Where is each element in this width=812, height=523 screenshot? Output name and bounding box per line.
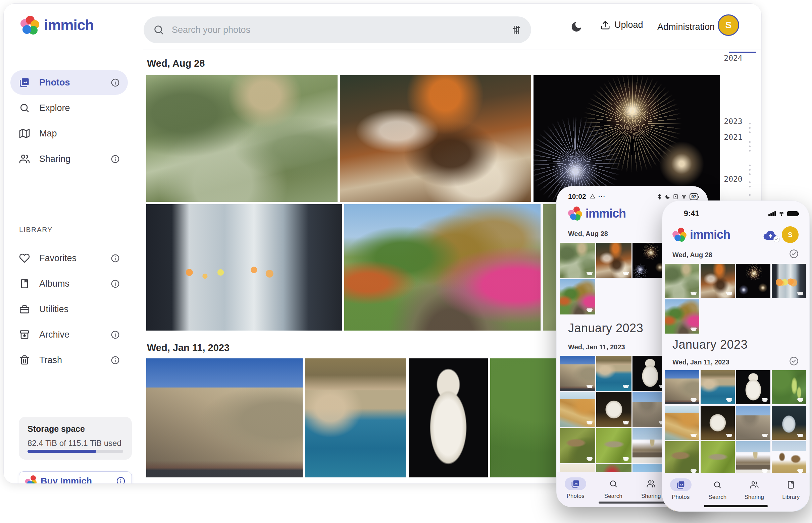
user-avatar[interactable]: S (718, 14, 739, 36)
photo-thumbnail-stone-sculpture[interactable] (701, 405, 735, 440)
photo-row (146, 75, 720, 202)
photo-thumbnail-jungle-monkeys[interactable] (665, 264, 699, 298)
nav-label: Sharing (744, 494, 764, 501)
info-icon[interactable] (111, 356, 120, 365)
buy-immich-button[interactable]: Buy Immich (19, 471, 132, 484)
photo-thumbnail-fortress-wall[interactable] (146, 358, 303, 477)
photo-thumbnail-lizard-closeup[interactable] (596, 428, 632, 463)
sidebar-label: Utilities (39, 304, 68, 314)
sidebar-item-sharing[interactable]: Sharing (11, 146, 128, 171)
sidebar-item-favorites[interactable]: Favorites (11, 246, 128, 271)
sidebar-label: Map (39, 128, 57, 139)
nav-item-library[interactable]: Library (773, 473, 810, 511)
heart-icon (19, 253, 30, 264)
search-bar[interactable]: Search your photos (144, 16, 531, 43)
search-icon (713, 481, 722, 489)
photo-thumbnail-fireworks[interactable] (736, 264, 771, 298)
storage-progress-track (28, 450, 123, 453)
library-section-heading: LIBRARY (19, 226, 53, 234)
home-indicator[interactable] (599, 502, 666, 504)
sidebar-label: Albums (39, 278, 69, 289)
photo-thumbnail-jungle-monkeys[interactable] (560, 243, 595, 278)
nav-label: Search (708, 494, 726, 501)
no-sim-icon (673, 194, 678, 199)
info-icon[interactable] (111, 279, 120, 288)
night-mode-moon-icon (665, 194, 670, 199)
nav-item-photos[interactable]: Photos (557, 472, 594, 507)
search-filter-icon[interactable] (511, 24, 522, 35)
sidebar-item-albums[interactable]: Albums (11, 271, 128, 296)
photo-thumbnail-lizard[interactable] (560, 428, 595, 463)
photo-thumbnail-stone-sculpture[interactable] (596, 392, 632, 427)
scrubber-year[interactable]: 2023 (723, 117, 743, 126)
photo-thumbnail-fortress-wall[interactable] (665, 370, 699, 404)
photo-thumbnail-autumn-path[interactable] (560, 279, 595, 314)
scrubber-year[interactable]: 2020 (723, 175, 743, 183)
storage-space-card: Storage space 82.4 TiB of 115.1 TiB used (19, 417, 132, 459)
photo-thumbnail-winter-church[interactable] (736, 441, 771, 475)
photo-thumbnail-autumn-path[interactable] (344, 204, 540, 330)
scrubber-year[interactable]: 2021 (723, 133, 743, 142)
scrubber-year[interactable]: 2024 (723, 54, 743, 62)
backup-cloud-button[interactable] (762, 228, 778, 242)
photo-thumbnail-marble-bust[interactable] (409, 358, 488, 477)
photo-thumbnail-autumn-path[interactable] (665, 300, 699, 333)
sidebar-item-trash[interactable]: Trash (11, 348, 128, 373)
app-logo-text: immich (690, 228, 730, 242)
sidebar-item-map[interactable]: Map (11, 121, 128, 146)
photo-thumbnail-coastal-town[interactable] (701, 370, 735, 404)
archive-icon (19, 329, 30, 340)
nav-label: Library (782, 494, 799, 501)
sharing-people-icon (19, 154, 30, 164)
backup-status-badge (773, 236, 780, 242)
storage-title: Storage space (28, 424, 123, 434)
photo-thumbnail-coastal-town[interactable] (596, 356, 632, 391)
photo-thumbnail-lizard[interactable] (665, 441, 699, 475)
nav-item-photos[interactable]: Photos (662, 473, 699, 511)
sidebar-item-explore[interactable]: Explore (11, 95, 128, 120)
sidebar-item-photos[interactable]: Photos (11, 70, 128, 95)
phone-photo-row (665, 264, 806, 298)
wifi-icon (681, 194, 687, 199)
info-icon[interactable] (111, 155, 120, 164)
photo-thumbnail-ruins[interactable] (736, 405, 771, 440)
photo-thumbnail-autumn-dinner[interactable] (340, 75, 531, 202)
photo-thumbnail-jungle-monkeys[interactable] (146, 75, 338, 202)
photo-thumbnail-coastal-town[interactable] (305, 358, 406, 477)
status-time: 9:41 (684, 209, 699, 218)
info-icon[interactable] (111, 330, 120, 339)
sidebar-item-archive[interactable]: Archive (11, 322, 128, 347)
upload-button[interactable]: Upload (600, 20, 643, 30)
photo-thumbnail-holding-hands[interactable] (146, 204, 342, 330)
photo-thumbnail-lizard-closeup[interactable] (701, 441, 735, 475)
photo-thumbnail-marble-bust[interactable] (736, 370, 771, 404)
select-all-check-icon[interactable] (789, 356, 799, 366)
library-icon (787, 481, 795, 489)
photo-thumbnail-autumn-dinner[interactable] (701, 264, 735, 298)
administration-link[interactable]: Administration (657, 22, 715, 32)
info-icon[interactable] (111, 254, 120, 263)
photo-thumbnail-fortress-wall[interactable] (560, 356, 595, 391)
photo-thumbnail-beach-cliff[interactable] (665, 405, 699, 440)
photo-thumbnail-autumn-dinner[interactable] (596, 243, 632, 278)
nav-label: Search (604, 493, 622, 500)
notification-dots-icon: ⋯ (598, 192, 606, 201)
photo-thumbnail-beach-cliff[interactable] (560, 392, 595, 427)
photo-thumbnail-silver-ornament[interactable] (772, 405, 806, 440)
storage-progress-fill (28, 450, 96, 453)
photo-thumbnail-farmhouse[interactable] (772, 441, 806, 475)
dark-mode-toggle-moon-icon[interactable] (570, 20, 583, 33)
home-indicator[interactable] (704, 505, 768, 507)
info-icon[interactable] (111, 78, 120, 87)
photo-thumbnail-holding-hands[interactable] (772, 264, 806, 298)
photo-thumbnail-green-berries[interactable] (772, 370, 806, 404)
select-all-check-icon[interactable] (789, 249, 799, 258)
app-logo-text: immich (586, 206, 626, 221)
nav-label: Sharing (641, 493, 661, 500)
info-icon[interactable] (116, 476, 125, 484)
photo-thumbnail-fireworks[interactable] (534, 75, 720, 202)
user-avatar[interactable]: S (782, 226, 799, 243)
app-logo-text: immich (44, 17, 93, 34)
sidebar-item-utilities[interactable]: Utilities (11, 297, 128, 322)
album-icon (19, 278, 30, 289)
